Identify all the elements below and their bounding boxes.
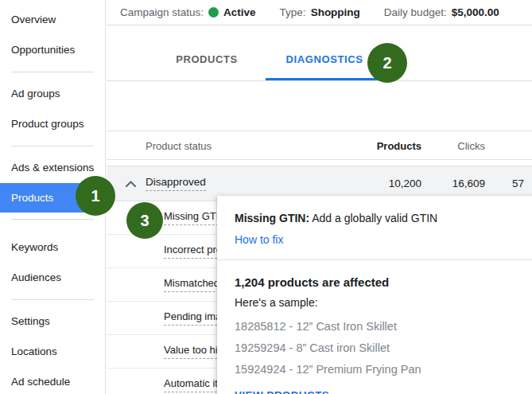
disapproved-clicks-count: 16,609 xyxy=(452,177,485,189)
sidebar-item-ad-groups[interactable]: Ad groups xyxy=(0,79,105,109)
sidebar-item-opportunities[interactable]: Opportunities xyxy=(0,35,105,65)
tab-diagnostics[interactable]: DIAGNOSTICS xyxy=(266,25,383,80)
affected-count-text: 1,204 products are affected xyxy=(235,275,518,289)
tab-products[interactable]: PRODUCTS xyxy=(148,25,266,80)
campaign-status-value: Active xyxy=(223,6,256,18)
sidebar-divider xyxy=(0,293,105,306)
tabs-bar: PRODUCTS DIAGNOSTICS xyxy=(107,25,532,81)
campaign-status-bar: Campaign status: Active Type: Shopping D… xyxy=(107,0,532,25)
missing-gtin-tooltip: Missing GTIN: Add a globally valid GTIN … xyxy=(217,196,532,394)
annotation-badge-1: 1 xyxy=(76,176,115,216)
sample-label: Here's a sample: xyxy=(235,296,518,309)
table-header: Product status Products Clicks xyxy=(107,131,532,160)
disapproved-extra-value: 57 xyxy=(512,177,532,189)
campaign-type-value: Shopping xyxy=(311,6,360,18)
collapse-chevron-icon[interactable] xyxy=(126,177,136,189)
sidebar-item-ad-schedule[interactable]: Ad schedule xyxy=(0,367,105,394)
tooltip-title-rest: Add a globally valid GTIN xyxy=(309,212,437,224)
campaign-status-group: Campaign status: Active xyxy=(120,6,256,18)
tooltip-divider xyxy=(217,259,532,260)
disapproved-status-label[interactable]: Disapproved xyxy=(146,176,206,191)
sidebar-divider xyxy=(0,65,105,79)
column-header-clicks[interactable]: Clicks xyxy=(457,140,485,152)
campaign-type-group: Type: Shopping xyxy=(280,6,360,18)
sidebar-divider xyxy=(0,213,105,232)
annotation-badge-3: 3 xyxy=(126,202,163,239)
sidebar-item-keywords[interactable]: Keywords xyxy=(0,232,105,263)
campaign-status-label: Campaign status: xyxy=(120,6,204,18)
sample-product-1: 18285812 - 12” Cast Iron Skillet xyxy=(235,316,518,337)
column-header-products[interactable]: Products xyxy=(377,140,421,152)
sidebar-item-overview[interactable]: Overview xyxy=(0,5,105,35)
sample-product-3: 15924924 - 12” Premium Frying Pan xyxy=(235,359,518,380)
daily-budget-value: $5,000.00 xyxy=(452,6,499,18)
sidebar-item-audiences[interactable]: Audiences xyxy=(0,263,105,293)
tooltip-title: Missing GTIN: Add a globally valid GTIN xyxy=(235,212,518,224)
sidebar-item-product-groups[interactable]: Product groups xyxy=(0,109,105,139)
how-to-fix-link[interactable]: How to fix xyxy=(235,233,283,246)
sample-product-2: 19259294 - 8” Cast iron Skillet xyxy=(235,337,518,359)
column-header-product-status: Product status xyxy=(146,140,212,152)
sidebar-item-settings[interactable]: Settings xyxy=(0,306,105,337)
daily-budget-group: Daily budget: $5,000.00 xyxy=(384,6,499,18)
sidebar-divider xyxy=(0,139,105,153)
active-status-dot-icon xyxy=(208,7,219,18)
disapproved-products-count: 10,200 xyxy=(389,177,421,189)
campaign-type-label: Type: xyxy=(280,6,306,18)
tooltip-title-bold: Missing GTIN: xyxy=(235,212,309,224)
sidebar-item-locations[interactable]: Locations xyxy=(0,337,105,367)
view-products-link[interactable]: VIEW PRODUCTS xyxy=(235,389,329,394)
daily-budget-label: Daily budget: xyxy=(384,6,447,18)
annotation-badge-2: 2 xyxy=(367,43,407,83)
google-ads-screen: Overview Opportunities Ad groups Product… xyxy=(0,0,532,394)
